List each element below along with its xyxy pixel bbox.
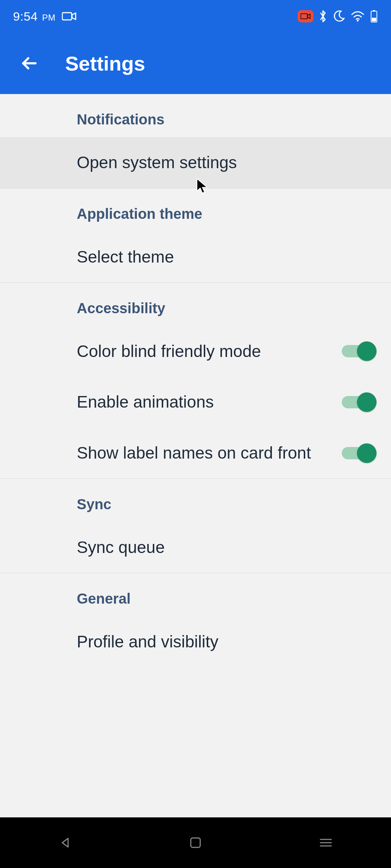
item-enable-animations[interactable]: Enable animations xyxy=(0,376,391,427)
battery-icon xyxy=(370,10,378,23)
svg-rect-0 xyxy=(62,13,72,20)
item-label: Open system settings xyxy=(77,152,237,174)
camera-icon xyxy=(62,11,76,21)
item-sync-queue[interactable]: Sync queue xyxy=(0,522,391,573)
item-label: Enable animations xyxy=(77,391,214,413)
bluetooth-icon xyxy=(319,10,327,23)
section-header-general: General xyxy=(0,573,391,616)
back-button[interactable] xyxy=(14,49,43,78)
screen-record-badge xyxy=(298,10,314,22)
status-time: 9:54 PM xyxy=(13,9,55,24)
item-select-theme[interactable]: Select theme xyxy=(0,231,391,283)
page-title: Settings xyxy=(65,52,145,75)
nav-recents-button[interactable] xyxy=(304,832,348,854)
square-home-icon xyxy=(189,837,202,849)
svg-rect-6 xyxy=(191,838,200,847)
toggle-knob xyxy=(357,341,377,361)
section-header-application-theme: Application theme xyxy=(0,188,391,231)
nav-home-button[interactable] xyxy=(174,832,217,854)
svg-rect-4 xyxy=(373,10,375,11)
toggle-enable-animations[interactable] xyxy=(342,392,377,412)
item-label: Color blind friendly mode xyxy=(77,341,261,362)
toggle-show-label-names[interactable] xyxy=(342,443,377,463)
item-profile-visibility[interactable]: Profile and visibility xyxy=(0,616,391,667)
toggle-color-blind-mode[interactable] xyxy=(342,341,377,361)
status-bar: 9:54 PM xyxy=(0,0,391,33)
wifi-icon xyxy=(350,11,365,22)
item-label: Profile and visibility xyxy=(77,631,218,653)
item-open-system-settings[interactable]: Open system settings xyxy=(0,137,391,188)
item-show-label-names[interactable]: Show label names on card front xyxy=(0,427,391,479)
section-header-sync: Sync xyxy=(0,479,391,522)
toggle-knob xyxy=(357,443,377,463)
svg-rect-1 xyxy=(301,14,307,19)
item-label: Select theme xyxy=(77,246,174,268)
svg-point-2 xyxy=(357,20,359,22)
hamburger-recents-icon xyxy=(319,837,333,848)
item-label: Sync queue xyxy=(77,537,165,558)
system-nav-bar xyxy=(0,817,391,868)
status-left: 9:54 PM xyxy=(13,9,76,24)
item-label: Show label names on card front xyxy=(77,442,311,464)
triangle-back-icon xyxy=(59,836,72,849)
status-time-hours: 9:54 xyxy=(13,9,38,23)
section-header-notifications: Notifications xyxy=(0,94,391,137)
settings-content[interactable]: Notifications Open system settings Appli… xyxy=(0,94,391,817)
app-bar: Settings xyxy=(0,33,391,94)
status-right xyxy=(298,10,378,23)
moon-icon xyxy=(332,10,345,23)
toggle-knob xyxy=(357,392,377,412)
status-time-ampm: PM xyxy=(42,13,55,22)
item-color-blind-mode[interactable]: Color blind friendly mode xyxy=(0,326,391,377)
screen: 9:54 PM xyxy=(0,0,391,868)
section-header-accessibility: Accessibility xyxy=(0,283,391,326)
svg-rect-5 xyxy=(372,18,376,21)
arrow-left-icon xyxy=(19,53,39,73)
nav-back-button[interactable] xyxy=(43,832,87,854)
